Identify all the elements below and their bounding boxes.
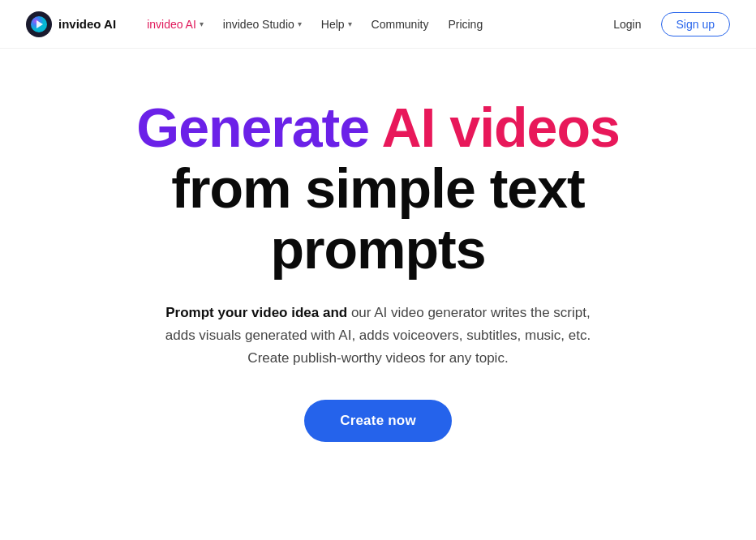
- navbar: invideo AI invideo AI ▾ invideo Studio ▾…: [0, 0, 756, 49]
- create-now-button[interactable]: Create now: [304, 400, 452, 442]
- hero-subtitle-bold: Prompt your video idea and: [165, 305, 347, 320]
- chevron-down-icon: ▾: [200, 19, 204, 28]
- nav-item-pricing[interactable]: Pricing: [440, 13, 491, 36]
- hero-title-generate: Generate: [136, 96, 381, 158]
- nav-links: invideo AI ▾ invideo Studio ▾ Help ▾ Com…: [139, 13, 604, 36]
- logo-text: invideo AI: [58, 17, 116, 31]
- nav-item-community[interactable]: Community: [363, 13, 437, 36]
- chevron-down-icon: ▾: [298, 19, 302, 28]
- login-button[interactable]: Login: [604, 13, 651, 36]
- logo-icon: [26, 11, 52, 37]
- nav-item-invideo-studio[interactable]: invideo Studio ▾: [215, 13, 310, 36]
- nav-right: Login Sign up: [604, 12, 730, 36]
- nav-item-help[interactable]: Help ▾: [313, 13, 360, 36]
- hero-title-prompts: prompts: [270, 218, 485, 280]
- signup-button[interactable]: Sign up: [661, 12, 730, 36]
- hero-section: Generate AI videos from simple text prom…: [0, 49, 756, 482]
- chevron-down-icon: ▾: [348, 19, 352, 28]
- hero-title-ai-videos: AI videos: [381, 96, 619, 158]
- nav-item-invideo-ai[interactable]: invideo AI ▾: [139, 13, 212, 36]
- logo[interactable]: invideo AI: [26, 11, 116, 37]
- hero-subtitle: Prompt your video idea and our AI video …: [159, 302, 597, 370]
- hero-title-rest: from simple text: [171, 157, 584, 219]
- hero-title: Generate AI videos from simple text prom…: [136, 97, 620, 279]
